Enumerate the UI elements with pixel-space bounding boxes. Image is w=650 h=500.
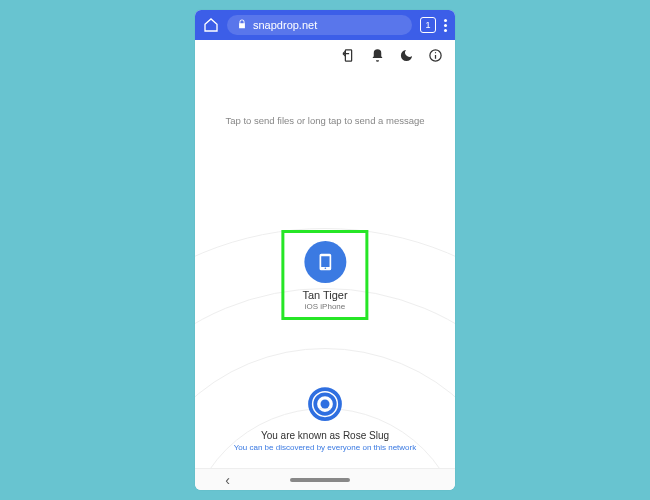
lock-icon	[237, 19, 247, 31]
phone-icon	[304, 241, 346, 283]
svg-point-3	[435, 52, 436, 53]
tab-count[interactable]: 1	[420, 17, 436, 33]
home-pill[interactable]	[290, 478, 350, 482]
menu-icon[interactable]	[444, 19, 447, 32]
svg-point-4	[321, 400, 330, 409]
system-navbar: ‹	[195, 468, 455, 490]
home-icon[interactable]	[203, 17, 219, 33]
dark-mode-icon[interactable]	[399, 48, 414, 63]
identity-text: You are known as Rose Slug	[261, 430, 389, 441]
svg-rect-0	[345, 49, 351, 60]
app-logo-icon	[307, 386, 343, 426]
footer: You are known as Rose Slug You can be di…	[195, 386, 455, 452]
discovery-text[interactable]: You can be discovered by everyone on thi…	[234, 443, 416, 452]
peer-highlight: Tan Tiger iOS iPhone	[281, 230, 368, 320]
peer-device[interactable]: Tan Tiger iOS iPhone	[302, 241, 347, 311]
install-icon[interactable]	[341, 48, 356, 63]
browser-bar: snapdrop.net 1	[195, 10, 455, 40]
peer-name: Tan Tiger	[302, 289, 347, 301]
address-bar[interactable]: snapdrop.net	[227, 15, 412, 35]
back-icon[interactable]: ‹	[225, 472, 230, 488]
url-text: snapdrop.net	[253, 19, 317, 31]
phone-frame: snapdrop.net 1 Tap to send files or long…	[195, 10, 455, 490]
info-icon[interactable]	[428, 48, 443, 63]
app-toolbar	[195, 40, 455, 70]
hint-text: Tap to send files or long tap to send a …	[195, 115, 455, 126]
notifications-icon[interactable]	[370, 48, 385, 63]
main-content: Tap to send files or long tap to send a …	[195, 70, 455, 468]
peer-device-type: iOS iPhone	[305, 302, 345, 311]
